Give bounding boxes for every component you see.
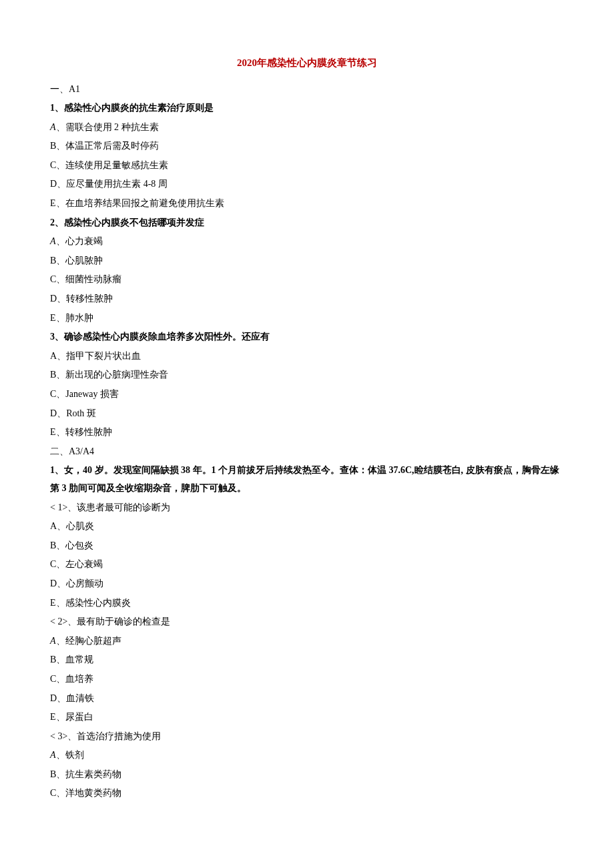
q1-option-b: B、体温正常后需及时停药 xyxy=(50,137,564,155)
sub3-option-a: A、铁剂 xyxy=(50,747,564,765)
page-title: 2020年感染性心内膜炎章节练习 xyxy=(50,53,564,73)
title-year: 2020 xyxy=(237,57,257,68)
sub2-option-d: D、血清铁 xyxy=(50,690,564,708)
sub1-option-b: B、心包炎 xyxy=(50,537,564,555)
section-a-label: 一、A1 xyxy=(50,81,564,99)
sub3-option-c: C、洋地黄类药物 xyxy=(50,785,564,803)
sub3-option-b: B、抗生素类药物 xyxy=(50,766,564,784)
sub1-option-e: E、感染性心内膜炎 xyxy=(50,594,564,612)
q2-option-d: D、转移性脓肿 xyxy=(50,290,564,308)
title-rest: 年感染性心内膜炎章节练习 xyxy=(257,57,377,68)
q2-option-a: A、心力衰竭 xyxy=(50,233,564,251)
section-b-label: 二、A3/A4 xyxy=(50,443,564,461)
sub2-option-c: C、血培养 xyxy=(50,671,564,689)
q1-option-a: A、需联合使用 2 种抗生素 xyxy=(50,119,564,137)
q3-option-c: C、Janeway 损害 xyxy=(50,386,564,404)
sub1-option-d: D、心房颤动 xyxy=(50,575,564,593)
q3-option-a: A、指甲下裂片状出血 xyxy=(50,348,564,366)
q1-option-c: C、连续使用足量敏感抗生素 xyxy=(50,157,564,175)
sub2-option-a: A、经胸心脏超声 xyxy=(50,632,564,650)
q2-option-e: E、肺水肿 xyxy=(50,310,564,328)
q3-option-d: D、Roth 斑 xyxy=(50,405,564,423)
q3-option-b: B、新出现的心脏病理性杂音 xyxy=(50,366,564,384)
q3-option-e: E、转移性脓肿 xyxy=(50,424,564,442)
sub1-option-c: C、左心衰竭 xyxy=(50,556,564,574)
q2-option-b: B、心肌脓肿 xyxy=(50,252,564,270)
sub1-option-a: A、心肌炎 xyxy=(50,518,564,536)
sub2-option-e: E、尿蛋白 xyxy=(50,709,564,727)
vignette-1: 1、女，40 岁。发现室间隔缺损 38 年。1 个月前拔牙后持续发热至今。查体：… xyxy=(50,462,564,497)
sub2-option-b: B、血常规 xyxy=(50,651,564,669)
q1-option-d: D、应尽量使用抗生素 4-8 周 xyxy=(50,175,564,193)
sub2-label: < 2>、最有助于确诊的检查是 xyxy=(50,613,564,631)
q2-option-c: C、细菌性动脉瘤 xyxy=(50,271,564,289)
sub1-label: < 1>、该患者最可能的诊断为 xyxy=(50,499,564,517)
q1-stem: 1、感染性心内膜炎的抗生素治疗原则是 xyxy=(50,99,564,117)
q1-option-e: E、在血培养结果回报之前避免使用抗生素 xyxy=(50,195,564,213)
q2-stem: 2、感染性心内膜炎不包括哪项并发症 xyxy=(50,214,564,232)
sub3-label: < 3>、首选治疗措施为使用 xyxy=(50,728,564,746)
q3-stem: 3、确诊感染性心内膜炎除血培养多次阳性外。还应有 xyxy=(50,328,564,346)
